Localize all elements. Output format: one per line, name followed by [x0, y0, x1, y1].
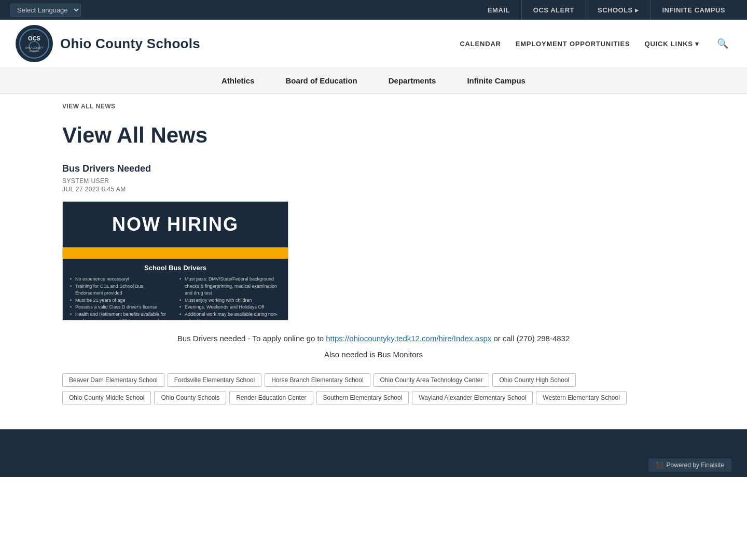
powered-by-bar: ⬛ Powered by Finalsite — [0, 453, 747, 477]
list-item: Must be 21 years of age — [70, 297, 171, 304]
main-header: OCS OHIO COUNTY SCHOOLS Ohio County Scho… — [0, 20, 747, 68]
search-button[interactable]: 🔍 — [714, 37, 731, 50]
subnav-infinite-campus[interactable]: Infinite Campus — [467, 76, 525, 85]
list-item: Additional work may be available during … — [179, 311, 281, 321]
list-item: Health and Retirement benefits available… — [70, 311, 171, 321]
svg-text:OCS: OCS — [28, 35, 40, 41]
tag-render[interactable]: Render Education Center — [229, 391, 313, 404]
finalsite-icon: ⬛ — [656, 461, 663, 469]
svg-point-0 — [20, 29, 49, 58]
schools-link[interactable]: SCHOOLS ▸ — [586, 0, 651, 20]
tag-western[interactable]: Western Elementary School — [536, 391, 627, 404]
tags-row: Beaver Dam Elementary School Fordsville … — [62, 373, 685, 387]
logo-link[interactable]: OCS OHIO COUNTY SCHOOLS Ohio County Scho… — [16, 25, 200, 62]
list-item: Evenings, Weekends and Holidays Off — [179, 304, 281, 311]
also-needed-text: Also needed is Bus Monitors — [62, 350, 685, 359]
subnav-departments[interactable]: Departments — [389, 76, 436, 85]
article-date: JUL 27 2023 8:45 AM — [62, 186, 685, 193]
svg-text:OHIO COUNTY: OHIO COUNTY — [25, 46, 44, 49]
quick-links-link[interactable]: QUICK LINKS ▾ — [644, 40, 699, 48]
sub-nav: Athletics Board of Education Departments… — [0, 68, 747, 94]
tag-ohio-county-ms[interactable]: Ohio County Middle School — [62, 391, 151, 404]
tag-ohio-county-schools[interactable]: Ohio County Schools — [154, 391, 226, 404]
powered-by-badge: ⬛ Powered by Finalsite — [648, 458, 731, 472]
tag-ohio-county-atc[interactable]: Ohio County Area Technology Center — [374, 373, 490, 387]
header-nav: CALENDAR EMPLOYMENT OPPORTUNITIES QUICK … — [460, 37, 731, 50]
hiring-yellow-bar — [63, 247, 288, 259]
tag-ohio-county-hs[interactable]: Ohio County High School — [492, 373, 576, 387]
language-select[interactable]: Select Language — [10, 4, 81, 17]
calendar-link[interactable]: CALENDAR — [460, 40, 501, 48]
list-item: No experience necessary! — [70, 276, 171, 283]
list-item: Possess a valid Class D driver's license — [70, 304, 171, 311]
page-title: View All News — [62, 123, 685, 148]
tags-row-2: Ohio County Middle School Ohio County Sc… — [62, 391, 685, 404]
hiring-right-list: Must pass: DMV/State/Federal background … — [179, 276, 281, 320]
list-item: Must pass: DMV/State/Federal background … — [179, 276, 281, 297]
hiring-now-hiring-text: NOW HIRING — [112, 214, 239, 235]
svg-text:SCHOOLS: SCHOOLS — [29, 50, 39, 52]
breadcrumb-bar: VIEW ALL NEWS — [0, 94, 747, 118]
hiring-top-section: NOW HIRING — [63, 202, 288, 247]
logo-svg: OCS OHIO COUNTY SCHOOLS — [19, 28, 50, 59]
tag-horse-branch[interactable]: Horse Branch Elementary School — [265, 373, 370, 387]
tag-southern[interactable]: Southern Elementary School — [316, 391, 409, 404]
subnav-athletics[interactable]: Athletics — [222, 76, 254, 85]
hiring-bottom-section: School Bus Drivers No experience necessa… — [63, 259, 288, 320]
article-body: Bus Drivers needed - To apply online go … — [62, 334, 685, 359]
hiring-col-left: No experience necessary! Training for CD… — [70, 276, 171, 320]
subnav-board[interactable]: Board of Education — [285, 76, 357, 85]
article: Bus Drivers Needed SYSTEM USER JUL 27 20… — [62, 163, 685, 404]
tag-wayland[interactable]: Wayland Alexander Elementary School — [412, 391, 533, 404]
school-name-header: Ohio County Schools — [60, 36, 200, 52]
infinite-campus-topbar-link[interactable]: INFINITE CAMPUS — [651, 0, 737, 20]
top-bar-nav: EMAIL OCS ALERT SCHOOLS ▸ INFINITE CAMPU… — [476, 0, 737, 20]
footer: ⬛ Powered by Finalsite — [0, 429, 747, 477]
powered-by-text: Powered by Finalsite — [667, 461, 724, 469]
main-content: View All News Bus Drivers Needed SYSTEM … — [0, 118, 747, 429]
hiring-left-list: No experience necessary! Training for CD… — [70, 276, 171, 320]
apply-text: Bus Drivers needed - To apply online go … — [62, 334, 685, 343]
email-link[interactable]: EMAIL — [476, 0, 522, 20]
article-author: SYSTEM USER — [62, 177, 685, 185]
list-item: Must enjoy working with children — [179, 297, 281, 304]
apply-text-after: or call (270) 298-4832 — [491, 334, 570, 343]
top-bar: Select Language EMAIL OCS ALERT SCHOOLS … — [0, 0, 747, 20]
hiring-col-right: Must pass: DMV/State/Federal background … — [179, 276, 281, 320]
apply-text-before: Bus Drivers needed - To apply online go … — [177, 334, 326, 343]
logo-circle: OCS OHIO COUNTY SCHOOLS — [16, 25, 53, 62]
apply-link[interactable]: https://ohiocountyky.tedk12.com/hire/Ind… — [326, 334, 491, 343]
language-selector-area: Select Language — [10, 4, 81, 17]
list-item: Training for CDL and School Bus Endorsem… — [70, 283, 171, 297]
hiring-subtitle-text: School Bus Drivers — [70, 264, 281, 272]
tag-fordsville[interactable]: Fordsville Elementary School — [168, 373, 261, 387]
ocs-alert-link[interactable]: OCS ALERT — [522, 0, 586, 20]
hiring-columns: No experience necessary! Training for CD… — [70, 276, 281, 320]
article-title: Bus Drivers Needed — [62, 163, 685, 174]
hiring-flyer: NOW HIRING School Bus Drivers No experie… — [62, 201, 288, 320]
tag-beaver-dam[interactable]: Beaver Dam Elementary School — [62, 373, 164, 387]
breadcrumb[interactable]: VIEW ALL NEWS — [62, 103, 116, 110]
employment-link[interactable]: EMPLOYMENT OPPORTUNITIES — [516, 40, 630, 48]
